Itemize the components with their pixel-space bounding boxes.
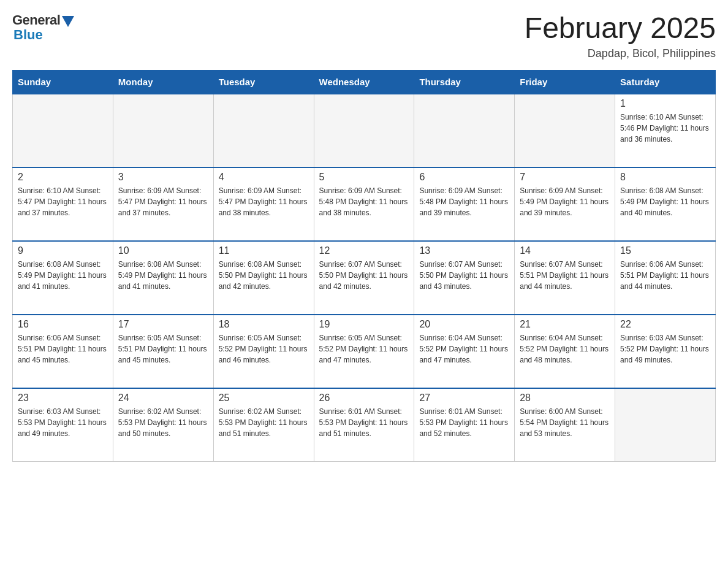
calendar-cell: 2Sunrise: 6:10 AM Sunset: 5:47 PM Daylig… <box>13 167 113 241</box>
day-info: Sunrise: 6:09 AM Sunset: 5:47 PM Dayligh… <box>219 185 309 218</box>
calendar-cell: 9Sunrise: 6:08 AM Sunset: 5:49 PM Daylig… <box>13 241 113 315</box>
day-number: 17 <box>118 319 208 330</box>
day-info: Sunrise: 6:00 AM Sunset: 5:54 PM Dayligh… <box>520 406 610 439</box>
day-info: Sunrise: 6:07 AM Sunset: 5:50 PM Dayligh… <box>319 259 409 292</box>
calendar-cell <box>615 388 716 462</box>
day-info: Sunrise: 6:06 AM Sunset: 5:51 PM Dayligh… <box>620 259 710 292</box>
day-number: 21 <box>520 319 610 330</box>
calendar-cell: 1Sunrise: 6:10 AM Sunset: 5:46 PM Daylig… <box>615 94 716 167</box>
calendar-cell: 11Sunrise: 6:08 AM Sunset: 5:50 PM Dayli… <box>213 241 314 315</box>
calendar-cell <box>314 94 414 167</box>
day-number: 23 <box>18 393 108 404</box>
day-number: 15 <box>620 245 710 256</box>
calendar-cell: 27Sunrise: 6:01 AM Sunset: 5:53 PM Dayli… <box>414 388 515 462</box>
day-number: 11 <box>219 245 309 256</box>
logo: General Blue <box>12 12 74 43</box>
day-info: Sunrise: 6:08 AM Sunset: 5:49 PM Dayligh… <box>620 185 710 218</box>
calendar-cell: 18Sunrise: 6:05 AM Sunset: 5:52 PM Dayli… <box>213 315 314 388</box>
day-number: 3 <box>118 172 208 183</box>
day-info: Sunrise: 6:08 AM Sunset: 5:50 PM Dayligh… <box>219 259 309 292</box>
weekday-header-sunday: Sunday <box>13 70 113 94</box>
calendar-cell: 14Sunrise: 6:07 AM Sunset: 5:51 PM Dayli… <box>515 241 615 315</box>
calendar-cell: 12Sunrise: 6:07 AM Sunset: 5:50 PM Dayli… <box>314 241 414 315</box>
day-info: Sunrise: 6:07 AM Sunset: 5:51 PM Dayligh… <box>520 259 610 292</box>
calendar-cell: 3Sunrise: 6:09 AM Sunset: 5:47 PM Daylig… <box>113 167 213 241</box>
day-info: Sunrise: 6:08 AM Sunset: 5:49 PM Dayligh… <box>118 259 208 292</box>
calendar-cell: 13Sunrise: 6:07 AM Sunset: 5:50 PM Dayli… <box>414 241 515 315</box>
day-info: Sunrise: 6:05 AM Sunset: 5:52 PM Dayligh… <box>319 332 409 366</box>
day-number: 1 <box>620 98 710 109</box>
title-section: February 2025 Dapdap, Bicol, Philippines <box>525 12 716 60</box>
calendar-cell: 23Sunrise: 6:03 AM Sunset: 5:53 PM Dayli… <box>13 388 113 462</box>
calendar-cell: 21Sunrise: 6:04 AM Sunset: 5:52 PM Dayli… <box>515 315 615 388</box>
calendar-cell: 20Sunrise: 6:04 AM Sunset: 5:52 PM Dayli… <box>414 315 515 388</box>
calendar-cell: 17Sunrise: 6:05 AM Sunset: 5:51 PM Dayli… <box>113 315 213 388</box>
day-info: Sunrise: 6:10 AM Sunset: 5:47 PM Dayligh… <box>18 185 108 218</box>
logo-blue-text: Blue <box>13 27 43 43</box>
day-info: Sunrise: 6:03 AM Sunset: 5:52 PM Dayligh… <box>620 332 710 366</box>
weekday-header-wednesday: Wednesday <box>314 70 414 94</box>
day-info: Sunrise: 6:10 AM Sunset: 5:46 PM Dayligh… <box>620 112 710 145</box>
calendar-cell: 7Sunrise: 6:09 AM Sunset: 5:49 PM Daylig… <box>515 167 615 241</box>
calendar-cell <box>113 94 213 167</box>
day-number: 19 <box>319 319 409 330</box>
logo-general-text: General <box>12 12 60 28</box>
day-number: 14 <box>520 245 610 256</box>
calendar-cell: 5Sunrise: 6:09 AM Sunset: 5:48 PM Daylig… <box>314 167 414 241</box>
weekday-header-saturday: Saturday <box>615 70 716 94</box>
day-info: Sunrise: 6:09 AM Sunset: 5:49 PM Dayligh… <box>520 185 610 218</box>
weekday-header-row: SundayMondayTuesdayWednesdayThursdayFrid… <box>13 70 716 94</box>
day-info: Sunrise: 6:02 AM Sunset: 5:53 PM Dayligh… <box>219 406 309 439</box>
day-number: 24 <box>118 393 208 404</box>
day-info: Sunrise: 6:01 AM Sunset: 5:53 PM Dayligh… <box>419 406 509 439</box>
calendar-cell: 24Sunrise: 6:02 AM Sunset: 5:53 PM Dayli… <box>113 388 213 462</box>
weekday-header-friday: Friday <box>515 70 615 94</box>
day-number: 27 <box>419 393 509 404</box>
weekday-header-thursday: Thursday <box>414 70 515 94</box>
calendar-cell: 8Sunrise: 6:08 AM Sunset: 5:49 PM Daylig… <box>615 167 716 241</box>
day-info: Sunrise: 6:09 AM Sunset: 5:47 PM Dayligh… <box>118 185 208 218</box>
calendar-table: SundayMondayTuesdayWednesdayThursdayFrid… <box>12 70 716 462</box>
calendar-cell: 4Sunrise: 6:09 AM Sunset: 5:47 PM Daylig… <box>213 167 314 241</box>
day-number: 9 <box>18 245 108 256</box>
week-row-4: 16Sunrise: 6:06 AM Sunset: 5:51 PM Dayli… <box>13 315 716 388</box>
day-info: Sunrise: 6:02 AM Sunset: 5:53 PM Dayligh… <box>118 406 208 439</box>
day-info: Sunrise: 6:04 AM Sunset: 5:52 PM Dayligh… <box>520 332 610 366</box>
calendar-cell: 28Sunrise: 6:00 AM Sunset: 5:54 PM Dayli… <box>515 388 615 462</box>
calendar-cell: 16Sunrise: 6:06 AM Sunset: 5:51 PM Dayli… <box>13 315 113 388</box>
week-row-5: 23Sunrise: 6:03 AM Sunset: 5:53 PM Dayli… <box>13 388 716 462</box>
day-number: 10 <box>118 245 208 256</box>
calendar-cell <box>515 94 615 167</box>
day-info: Sunrise: 6:09 AM Sunset: 5:48 PM Dayligh… <box>419 185 509 218</box>
day-number: 4 <box>219 172 309 183</box>
day-info: Sunrise: 6:07 AM Sunset: 5:50 PM Dayligh… <box>419 259 509 292</box>
day-info: Sunrise: 6:03 AM Sunset: 5:53 PM Dayligh… <box>18 406 108 439</box>
day-info: Sunrise: 6:08 AM Sunset: 5:49 PM Dayligh… <box>18 259 108 292</box>
day-number: 22 <box>620 319 710 330</box>
weekday-header-tuesday: Tuesday <box>213 70 314 94</box>
calendar-cell: 26Sunrise: 6:01 AM Sunset: 5:53 PM Dayli… <box>314 388 414 462</box>
calendar-cell: 22Sunrise: 6:03 AM Sunset: 5:52 PM Dayli… <box>615 315 716 388</box>
calendar-cell: 6Sunrise: 6:09 AM Sunset: 5:48 PM Daylig… <box>414 167 515 241</box>
page-header: General Blue February 2025 Dapdap, Bicol… <box>12 12 716 60</box>
week-row-2: 2Sunrise: 6:10 AM Sunset: 5:47 PM Daylig… <box>13 167 716 241</box>
day-number: 25 <box>219 393 309 404</box>
calendar-cell <box>13 94 113 167</box>
day-number: 7 <box>520 172 610 183</box>
logo-triangle-icon <box>62 16 74 27</box>
calendar-cell <box>414 94 515 167</box>
calendar-cell: 25Sunrise: 6:02 AM Sunset: 5:53 PM Dayli… <box>213 388 314 462</box>
day-info: Sunrise: 6:04 AM Sunset: 5:52 PM Dayligh… <box>419 332 509 366</box>
day-number: 6 <box>419 172 509 183</box>
calendar-cell: 19Sunrise: 6:05 AM Sunset: 5:52 PM Dayli… <box>314 315 414 388</box>
day-number: 26 <box>319 393 409 404</box>
day-info: Sunrise: 6:05 AM Sunset: 5:52 PM Dayligh… <box>219 332 309 366</box>
calendar-cell: 10Sunrise: 6:08 AM Sunset: 5:49 PM Dayli… <box>113 241 213 315</box>
day-info: Sunrise: 6:09 AM Sunset: 5:48 PM Dayligh… <box>319 185 409 218</box>
day-info: Sunrise: 6:06 AM Sunset: 5:51 PM Dayligh… <box>18 332 108 366</box>
day-info: Sunrise: 6:01 AM Sunset: 5:53 PM Dayligh… <box>319 406 409 439</box>
month-title: February 2025 <box>525 12 716 45</box>
week-row-3: 9Sunrise: 6:08 AM Sunset: 5:49 PM Daylig… <box>13 241 716 315</box>
calendar-cell: 15Sunrise: 6:06 AM Sunset: 5:51 PM Dayli… <box>615 241 716 315</box>
day-number: 16 <box>18 319 108 330</box>
